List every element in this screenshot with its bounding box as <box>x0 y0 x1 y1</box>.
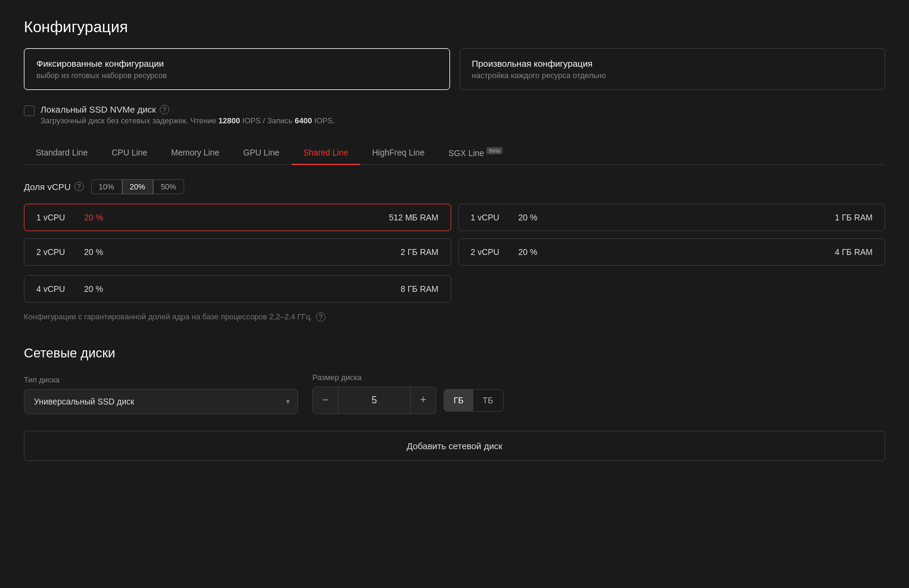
config-percent-2: 20 % <box>84 247 108 257</box>
config-percent-0: 20 % <box>84 213 108 222</box>
config-percent-3: 20 % <box>519 247 542 257</box>
tab-highfreq[interactable]: HighFreq Line <box>360 142 436 165</box>
config-note: Конфигурации с гарантированной долей ядр… <box>24 312 885 322</box>
network-disks-title: Сетевые диски <box>24 346 885 361</box>
custom-config-card[interactable]: Произвольная конфигурация настройка кажд… <box>460 48 886 90</box>
config-option-2[interactable]: 2 vCPU 20 % 2 ГБ RAM <box>24 238 451 266</box>
custom-config-title: Произвольная конфигурация <box>472 58 873 69</box>
local-ssd-desc: Загрузочный диск без сетевых задержек. Ч… <box>41 116 885 125</box>
config-vcpu-0: 1 vCPU <box>36 213 72 222</box>
vcpu-section: Доля vCPU ? 10% 20% 50% 1 vCPU 20 % 512 … <box>24 179 885 322</box>
config-ram-0: 512 МБ RAM <box>389 213 438 222</box>
config-percent-1: 20 % <box>519 213 542 222</box>
percent-btn-10[interactable]: 10% <box>91 179 122 194</box>
vcpu-help-icon[interactable]: ? <box>75 182 84 191</box>
unit-gb-button[interactable]: ГБ <box>444 390 473 411</box>
add-disk-button[interactable]: Добавить сетевой диск <box>24 431 885 461</box>
local-ssd-iops-label: IOPS / Запись <box>240 116 295 125</box>
configs-grid: 1 vCPU 20 % 512 МБ RAM 1 vCPU 20 % 1 ГБ … <box>24 204 885 266</box>
page-title: Конфигурация <box>24 18 885 36</box>
disk-type-select-wrapper: Универсальный SSD диск ▾ <box>24 389 298 414</box>
fixed-config-subtitle: выбор из готовых наборов ресурсов <box>36 71 438 80</box>
local-ssd-help-icon[interactable]: ? <box>160 105 169 114</box>
disk-type-label: Тип диска <box>24 375 298 384</box>
config-ram-4: 8 ГБ RAM <box>401 284 438 294</box>
config-empty-4 <box>458 275 886 303</box>
config-ram-1: 1 ГБ RAM <box>835 213 873 222</box>
config-cards-container: Фиксированные конфигурации выбор из гото… <box>24 48 885 90</box>
disk-size-label: Размер диска <box>312 373 885 382</box>
percent-buttons: 10% 20% 50% <box>91 179 184 194</box>
local-ssd-iops-suffix: IOPS. <box>312 116 334 125</box>
local-ssd-row: Локальный SSD NVMe диск ? Загрузочный ди… <box>24 104 885 125</box>
config-ram-3: 4 ГБ RAM <box>835 247 873 257</box>
config-vcpu-1: 1 vCPU <box>471 213 507 222</box>
unit-tb-button[interactable]: ТБ <box>473 390 503 411</box>
disk-size-value: 5 <box>339 387 410 414</box>
local-ssd-desc-prefix: Загрузочный диск без сетевых задержек. Ч… <box>41 116 219 125</box>
config-note-help-icon[interactable]: ? <box>316 312 325 322</box>
config-option-1[interactable]: 1 vCPU 20 % 1 ГБ RAM <box>458 204 886 231</box>
tabs-container: Standard Line CPU Line Memory Line GPU L… <box>24 142 885 165</box>
fixed-config-card[interactable]: Фиксированные конфигурации выбор из гото… <box>24 48 450 90</box>
percent-btn-50[interactable]: 50% <box>153 179 184 194</box>
config-percent-4: 20 % <box>84 284 108 294</box>
vcpu-label: Доля vCPU ? <box>24 182 84 192</box>
unit-toggle: ГБ ТБ <box>443 389 504 412</box>
tab-sgx-label: SGX Line <box>448 148 484 158</box>
local-ssd-write-iops: 6400 <box>295 116 312 125</box>
custom-config-subtitle: настройка каждого ресурса отдельно <box>472 71 873 80</box>
local-ssd-checkbox[interactable] <box>24 105 35 116</box>
vcpu-label-text: Доля vCPU <box>24 182 71 192</box>
disk-size-section: Размер диска − 5 + ГБ ТБ <box>312 373 885 414</box>
disk-size-decrease-button[interactable]: − <box>312 387 339 414</box>
config-option-3[interactable]: 2 vCPU 20 % 4 ГБ RAM <box>458 238 886 266</box>
local-ssd-read-iops: 12800 <box>219 116 240 125</box>
config-vcpu-4: 4 vCPU <box>36 284 72 294</box>
tab-sgx[interactable]: SGX LineBeta <box>436 142 514 165</box>
tab-gpu[interactable]: GPU Line <box>231 142 291 165</box>
disk-size-controls: − 5 + ГБ ТБ <box>312 387 885 414</box>
disk-size-control: − 5 + <box>312 387 436 414</box>
percent-btn-20[interactable]: 20% <box>122 179 153 194</box>
local-ssd-text: Локальный SSD NVMe диск ? Загрузочный ди… <box>41 104 885 125</box>
config-option-4[interactable]: 4 vCPU 20 % 8 ГБ RAM <box>24 275 451 303</box>
local-ssd-label-text: Локальный SSD NVMe диск <box>41 104 156 114</box>
disk-size-increase-button[interactable]: + <box>410 387 436 414</box>
fixed-config-title: Фиксированные конфигурации <box>36 58 438 69</box>
disk-settings: Тип диска Универсальный SSD диск ▾ Разме… <box>24 373 885 414</box>
tab-cpu[interactable]: CPU Line <box>100 142 159 165</box>
configs-grid-row3: 4 vCPU 20 % 8 ГБ RAM <box>24 275 885 303</box>
tab-standard[interactable]: Standard Line <box>24 142 100 165</box>
disk-type-select[interactable]: Универсальный SSD диск <box>24 389 298 414</box>
vcpu-header: Доля vCPU ? 10% 20% 50% <box>24 179 885 194</box>
tab-memory[interactable]: Memory Line <box>159 142 231 165</box>
tab-sgx-badge: Beta <box>486 147 502 154</box>
config-vcpu-3: 2 vCPU <box>471 247 507 257</box>
config-option-0[interactable]: 1 vCPU 20 % 512 МБ RAM <box>24 204 451 231</box>
tab-shared[interactable]: Shared Line <box>291 142 361 165</box>
local-ssd-label: Локальный SSD NVMe диск ? <box>41 104 885 114</box>
config-note-text: Конфигурации с гарантированной долей ядр… <box>24 312 312 321</box>
config-vcpu-2: 2 vCPU <box>36 247 72 257</box>
config-ram-2: 2 ГБ RAM <box>401 247 438 257</box>
disk-type-section: Тип диска Универсальный SSD диск ▾ <box>24 375 298 414</box>
